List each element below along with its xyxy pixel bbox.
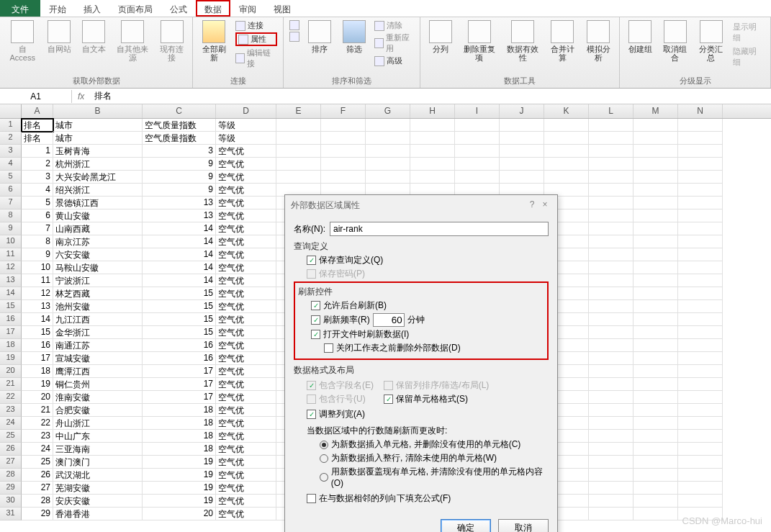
btn-show-detail[interactable]: 显示明细 <box>733 22 763 43</box>
col-header[interactable]: A <box>22 104 53 118</box>
cell[interactable]: 合肥安徽 <box>53 404 143 417</box>
cell[interactable] <box>634 158 678 171</box>
cell[interactable] <box>634 326 678 339</box>
cell[interactable]: 14 <box>22 313 53 326</box>
row-header[interactable]: 3 <box>0 145 22 158</box>
row-header[interactable]: 23 <box>0 404 22 417</box>
cell[interactable] <box>634 300 678 313</box>
cell[interactable]: 19 <box>143 495 216 508</box>
cell[interactable]: 空气优 <box>216 235 276 248</box>
cell[interactable] <box>634 119 678 132</box>
row-header[interactable]: 14 <box>0 287 22 300</box>
cell[interactable] <box>634 482 678 495</box>
chk-fill-formula[interactable] <box>307 494 316 503</box>
cell[interactable] <box>544 132 589 145</box>
btn-group[interactable]: 创建组 <box>624 19 656 55</box>
btn-existing-conn[interactable]: 现有连接 <box>155 19 188 63</box>
cell[interactable] <box>321 145 366 158</box>
cell[interactable] <box>366 145 410 158</box>
row-header[interactable]: 16 <box>0 313 22 326</box>
cell[interactable] <box>321 119 366 132</box>
cell[interactable]: 16 <box>22 339 53 352</box>
cell[interactable]: 空气优 <box>216 456 276 469</box>
tab-start[interactable]: 开始 <box>40 0 75 17</box>
cell[interactable] <box>589 508 634 520</box>
cell[interactable]: 9 <box>143 171 216 184</box>
btn-connections[interactable]: 连接 <box>235 20 278 31</box>
cell[interactable]: 马鞍山安徽 <box>53 261 143 274</box>
cell[interactable] <box>589 443 634 456</box>
row-header[interactable]: 24 <box>0 417 22 430</box>
cell[interactable]: 武汉湖北 <box>53 469 143 482</box>
cell[interactable] <box>589 404 634 417</box>
cell[interactable]: 空气优 <box>216 287 276 300</box>
cell[interactable] <box>276 145 321 158</box>
cell[interactable] <box>678 417 723 430</box>
cell[interactable] <box>678 404 723 417</box>
btn-filter[interactable]: 筛选 <box>338 19 370 55</box>
cell[interactable]: 空气优 <box>216 326 276 339</box>
cell[interactable] <box>276 119 321 132</box>
cell[interactable]: 空气优 <box>216 158 276 171</box>
cell[interactable]: 15 <box>143 313 216 326</box>
col-header[interactable]: C <box>143 104 216 118</box>
cell[interactable]: 金华浙江 <box>53 326 143 339</box>
cell[interactable]: 13 <box>143 197 216 209</box>
cell[interactable]: 19 <box>143 456 216 469</box>
cell[interactable] <box>589 482 634 495</box>
cell[interactable]: 14 <box>143 261 216 274</box>
cell[interactable] <box>678 430 723 443</box>
tab-file[interactable]: 文件 <box>0 0 40 17</box>
cell[interactable] <box>678 235 723 248</box>
cell[interactable] <box>634 132 678 145</box>
cell[interactable]: 空气优 <box>216 443 276 456</box>
cell[interactable] <box>589 222 634 235</box>
row-header[interactable]: 27 <box>0 456 22 469</box>
btn-reapply[interactable]: 重新应用 <box>374 32 414 54</box>
row-header[interactable]: 1 <box>0 119 22 132</box>
cell[interactable] <box>589 430 634 443</box>
row-header[interactable]: 8 <box>0 209 22 222</box>
cell[interactable]: 17 <box>143 365 216 378</box>
cell[interactable] <box>321 132 366 145</box>
col-header[interactable]: B <box>53 104 143 118</box>
btn-sort-za[interactable] <box>289 32 299 42</box>
cell[interactable] <box>455 171 500 184</box>
cell[interactable]: 14 <box>143 235 216 248</box>
cell[interactable]: 空气优 <box>216 197 276 209</box>
cell[interactable] <box>634 404 678 417</box>
cell[interactable] <box>634 261 678 274</box>
row-header[interactable]: 26 <box>0 443 22 456</box>
cell[interactable] <box>589 145 634 158</box>
cell[interactable]: 5 <box>22 197 53 209</box>
cell[interactable] <box>544 158 589 171</box>
cell[interactable]: 空气优 <box>216 171 276 184</box>
col-header[interactable]: F <box>321 104 366 118</box>
cell[interactable]: 山南西藏 <box>53 222 143 235</box>
cell[interactable] <box>678 456 723 469</box>
cell[interactable]: 空气优 <box>216 145 276 158</box>
btn-refresh-all[interactable]: 全部刷新 <box>197 19 230 63</box>
cell[interactable] <box>410 171 455 184</box>
row-header[interactable]: 4 <box>0 158 22 171</box>
cell[interactable] <box>455 119 500 132</box>
cell[interactable] <box>634 469 678 482</box>
cell[interactable] <box>276 158 321 171</box>
cell[interactable]: 20 <box>143 508 216 520</box>
btn-subtotal[interactable]: 分类汇总 <box>695 19 728 63</box>
row-header[interactable]: 13 <box>0 274 22 287</box>
cell[interactable]: 杭州浙江 <box>53 158 143 171</box>
row-header[interactable]: 29 <box>0 482 22 495</box>
cell[interactable]: 等级 <box>216 119 276 132</box>
cell[interactable]: 玉树青海 <box>53 145 143 158</box>
tab-data[interactable]: 数据 <box>196 0 230 17</box>
cell[interactable] <box>634 339 678 352</box>
cell[interactable]: 宁波浙江 <box>53 274 143 287</box>
cell[interactable]: 舟山浙江 <box>53 417 143 430</box>
cell[interactable] <box>634 184 678 197</box>
cell[interactable]: 18 <box>143 443 216 456</box>
cell[interactable]: 18 <box>143 430 216 443</box>
cell[interactable] <box>455 145 500 158</box>
cell[interactable]: 空气优 <box>216 274 276 287</box>
cell[interactable]: 15 <box>143 326 216 339</box>
